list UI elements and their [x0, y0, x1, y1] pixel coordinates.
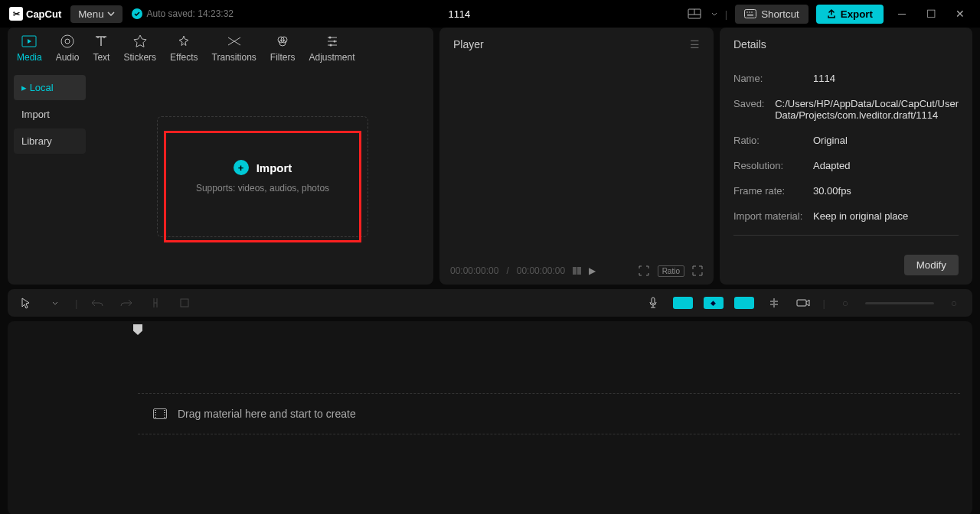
timeline-track[interactable]: Drag material here and start to create — [138, 393, 960, 434]
check-icon — [132, 8, 142, 19]
main-area: Media Audio Text Stickers Effects Transi… — [0, 28, 980, 285]
time-total: 00:00:00:00 — [517, 265, 565, 276]
svg-point-9 — [61, 35, 74, 47]
pointer-tool[interactable] — [17, 294, 35, 312]
tab-label: Transitions — [212, 52, 256, 63]
play-button[interactable]: ▶ — [589, 265, 596, 276]
separator: | — [75, 298, 77, 309]
export-label: Export — [841, 8, 873, 20]
titlebar-right: | Shortcut Export ─ ☐ ✕ — [685, 3, 971, 24]
details-panel: Details Name:1114 Saved:C:/Users/HP/AppD… — [720, 28, 972, 285]
text-icon — [93, 34, 109, 49]
pointer-dropdown[interactable] — [46, 294, 64, 312]
scan-icon[interactable] — [638, 265, 650, 277]
split-button[interactable] — [146, 294, 165, 312]
keyboard-icon — [744, 9, 756, 18]
detail-value: Keep in original place — [813, 210, 959, 222]
crop-button[interactable] — [175, 294, 194, 312]
media-sidebar: ▸ Local Import Library — [8, 69, 92, 285]
tab-label: Stickers — [123, 52, 156, 63]
adjustment-icon — [325, 34, 340, 49]
menu-label: Menu — [78, 8, 103, 20]
app-name: CapCut — [26, 8, 61, 20]
playhead-marker[interactable] — [133, 324, 142, 335]
detail-row-resolution: Resolution:Adapted — [733, 153, 959, 178]
menu-button[interactable]: Menu — [70, 5, 122, 23]
player-viewport[interactable] — [439, 61, 714, 257]
player-title: Player — [453, 38, 484, 50]
tab-label: Effects — [170, 52, 198, 63]
svg-rect-7 — [747, 15, 753, 16]
hamburger-icon[interactable]: ☰ — [690, 38, 700, 50]
sidebar-item-label: Local — [30, 82, 54, 93]
detail-label: Frame rate: — [733, 185, 813, 197]
svg-rect-17 — [181, 299, 188, 307]
autosave-label: Auto saved: 14:23:32 — [147, 8, 234, 19]
media-panel: Media Audio Text Stickers Effects Transi… — [8, 28, 433, 285]
track-toggle-2[interactable]: ◆ — [704, 297, 724, 309]
tab-adjustment[interactable]: Adjustment — [309, 34, 354, 63]
tab-text[interactable]: Text — [93, 34, 109, 63]
tab-audio[interactable]: Audio — [56, 34, 80, 63]
player-header: Player ☰ — [439, 28, 714, 61]
tab-label: Filters — [270, 52, 296, 63]
player-footer: 00:00:00:00 / 00:00:00:00 ▶ Ratio — [439, 257, 714, 285]
fullscreen-icon[interactable] — [692, 265, 703, 276]
chevron-down-icon[interactable] — [711, 12, 717, 16]
shortcut-label: Shortcut — [761, 8, 799, 20]
media-icon — [21, 34, 37, 49]
tab-filters[interactable]: Filters — [270, 34, 296, 63]
top-tabs: Media Audio Text Stickers Effects Transi… — [8, 28, 433, 69]
detail-value: Adapted — [813, 160, 959, 171]
maximize-button[interactable]: ☐ — [920, 3, 942, 24]
details-title: Details — [733, 38, 766, 50]
divider — [733, 235, 959, 236]
media-content: + Import Supports: videos, audios, photo… — [92, 69, 433, 285]
undo-button[interactable] — [88, 294, 106, 312]
compare-icon[interactable] — [573, 267, 581, 275]
tab-label: Media — [17, 52, 42, 63]
zoom-out-button[interactable]: ○ — [836, 294, 854, 312]
mic-button[interactable] — [644, 294, 662, 312]
sidebar-item-import[interactable]: Import — [14, 102, 86, 127]
tab-media[interactable]: Media — [17, 34, 42, 63]
align-button[interactable] — [765, 294, 783, 312]
detail-label: Name: — [733, 73, 813, 84]
close-button[interactable]: ✕ — [949, 3, 971, 24]
shortcut-button[interactable]: Shortcut — [735, 5, 808, 24]
tab-label: Text — [93, 52, 109, 63]
project-title: 1114 — [243, 8, 676, 20]
detail-label: Resolution: — [733, 160, 813, 171]
modify-button[interactable]: Modify — [904, 255, 959, 275]
app-logo: ✂ CapCut — [9, 7, 61, 21]
layout-button[interactable] — [685, 5, 704, 23]
zoom-slider[interactable] — [865, 302, 934, 304]
svg-point-4 — [746, 11, 748, 13]
track-toggle-3[interactable] — [734, 297, 754, 309]
timeline[interactable]: Drag material here and start to create — [8, 321, 972, 514]
track-toggle-1[interactable] — [673, 297, 693, 309]
minimize-button[interactable]: ─ — [891, 3, 913, 24]
time-current: 00:00:00:00 — [450, 265, 498, 276]
details-header: Details — [720, 28, 972, 61]
sidebar-item-local[interactable]: ▸ Local — [14, 75, 86, 100]
svg-point-14 — [328, 37, 331, 39]
drag-hint: Drag material here and start to create — [178, 408, 356, 420]
tab-stickers[interactable]: Stickers — [123, 34, 156, 63]
stickers-icon — [132, 34, 148, 49]
redo-button[interactable] — [117, 294, 136, 312]
detail-value: 30.00fps — [813, 185, 959, 197]
tab-transitions[interactable]: Transitions — [212, 34, 256, 63]
sidebar-item-library[interactable]: Library — [14, 128, 86, 154]
svg-rect-18 — [652, 298, 655, 304]
tab-effects[interactable]: Effects — [170, 34, 198, 63]
zoom-in-button[interactable]: ○ — [945, 294, 963, 312]
preview-button[interactable] — [794, 294, 812, 312]
effects-icon — [176, 34, 191, 49]
svg-point-6 — [751, 11, 753, 13]
import-dropzone[interactable]: + Import Supports: videos, audios, photo… — [157, 116, 368, 237]
export-button[interactable]: Export — [816, 5, 884, 24]
timeline-toolbar: | ◆ | ○ ○ — [8, 289, 972, 317]
import-subtext: Supports: videos, audios, photos — [196, 183, 329, 194]
ratio-button[interactable]: Ratio — [658, 265, 684, 277]
